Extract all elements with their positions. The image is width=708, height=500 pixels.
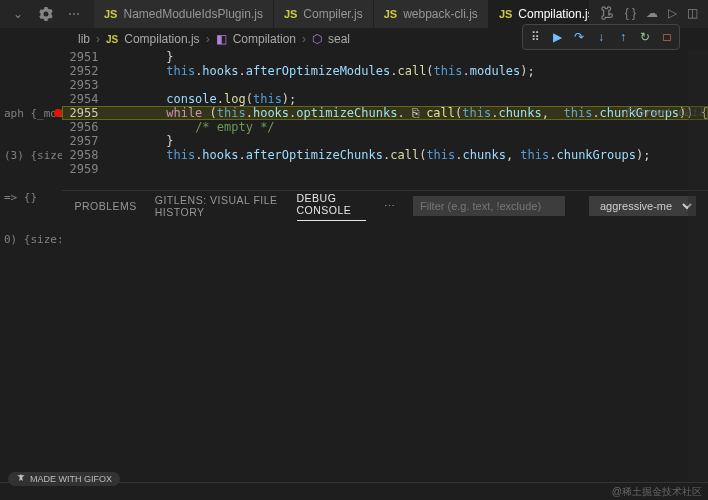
debug-session-select[interactable]: aggressive-me	[589, 196, 696, 216]
step-into-icon[interactable]: ↓	[591, 27, 611, 47]
tab-label: Compiler.js	[303, 7, 362, 21]
panel-tab-debug-console[interactable]: Debug Console	[297, 192, 366, 221]
tab-namedmoduleids[interactable]: JS NamedModuleIdsPlugin.js	[94, 0, 274, 28]
code-line[interactable]: this.hooks.afterOptimizeModules.call(thi…	[108, 64, 708, 78]
code[interactable]: Florent Cail } this.hooks.afterOptimizeM…	[108, 50, 708, 190]
code-line[interactable]	[108, 162, 708, 176]
panel-tab-problems[interactable]: Problems	[74, 200, 136, 212]
side-panel-preview: aph {_module… (3) {size: 3… => {} 0) {si…	[0, 50, 62, 482]
tab-label: NamedModuleIdsPlugin.js	[123, 7, 262, 21]
side-line: 0) {size: 0}	[4, 232, 58, 248]
line-number[interactable]: 2954	[62, 92, 98, 106]
tab-compiler[interactable]: JS Compiler.js	[274, 0, 374, 28]
code-editor[interactable]: 2951 2952 2953 2954 2955 2956 2957 2958 …	[62, 50, 708, 190]
breadcrumb-seg[interactable]: seal	[328, 32, 350, 46]
tab-label: Compilation.js	[518, 7, 588, 21]
line-number[interactable]: 2953	[62, 78, 98, 92]
breadcrumb[interactable]: lib › JS Compilation.js › ◧ Compilation …	[0, 28, 708, 50]
gifox-icon	[16, 474, 26, 484]
more-icon[interactable]: ⋯	[384, 200, 396, 212]
stop-icon[interactable]: □	[657, 27, 677, 47]
debug-filter-input[interactable]	[413, 196, 565, 216]
method-icon: ⬡	[312, 32, 322, 46]
gear-icon[interactable]	[38, 6, 54, 22]
step-out-icon[interactable]: ↑	[613, 27, 633, 47]
js-file-icon: JS	[499, 8, 512, 20]
split-icon[interactable]: ◫	[687, 6, 698, 23]
breadcrumb-seg[interactable]: Compilation.js	[124, 32, 199, 46]
code-line[interactable]: console.log(this);	[108, 92, 708, 106]
js-file-icon: JS	[104, 8, 117, 20]
code-line[interactable]: this.hooks.afterOptimizeChunks.call(this…	[108, 148, 708, 162]
code-line[interactable]: }	[108, 50, 708, 64]
compare-changes-icon[interactable]	[601, 6, 615, 23]
cloud-icon[interactable]: ☁	[646, 6, 658, 23]
tab-label: webpack-cli.js	[403, 7, 478, 21]
side-line: aph {_module…	[4, 106, 58, 122]
class-icon: ◧	[216, 32, 227, 46]
gutter[interactable]: 2951 2952 2953 2954 2955 2956 2957 2958 …	[62, 50, 108, 190]
breadcrumb-seg[interactable]: lib	[78, 32, 90, 46]
title-bar-left: ⌄ ⋯	[4, 6, 88, 22]
chevron-right-icon: ›	[206, 32, 210, 46]
chevron-right-icon: ›	[302, 32, 306, 46]
line-number[interactable]: 2958	[62, 148, 98, 162]
code-line[interactable]: /* empty */	[108, 120, 708, 134]
line-number[interactable]: 2952	[62, 64, 98, 78]
main: aph {_module… (3) {size: 3… => {} 0) {si…	[0, 50, 708, 482]
panel-tab-gitlens[interactable]: GitLens: Visual File History	[155, 194, 279, 218]
side-line: (3) {size: 3…	[4, 148, 58, 164]
side-line: => {}	[4, 190, 58, 206]
title-bar-right: { } ☁ ▷ ◫	[595, 6, 704, 23]
braces-icon[interactable]: { }	[625, 6, 636, 23]
tab-webpack-cli[interactable]: JS webpack-cli.js	[374, 0, 489, 28]
editor-area: 2951 2952 2953 2954 2955 2956 2957 2958 …	[62, 50, 708, 482]
line-number[interactable]: 2955	[62, 106, 98, 120]
editor-tabs: JS NamedModuleIdsPlugin.js JS Compiler.j…	[94, 0, 589, 28]
line-number[interactable]: 2956	[62, 120, 98, 134]
run-icon[interactable]: ▷	[668, 6, 677, 23]
breadcrumb-seg[interactable]: Compilation	[233, 32, 296, 46]
more-icon[interactable]: ⋯	[66, 6, 82, 22]
made-with-badge[interactable]: MADE WITH GIFOX	[8, 472, 120, 486]
continue-icon[interactable]: ▶	[547, 27, 567, 47]
step-over-icon[interactable]: ↷	[569, 27, 589, 47]
js-file-icon: JS	[106, 34, 118, 45]
restart-icon[interactable]: ↻	[635, 27, 655, 47]
minimap[interactable]	[688, 50, 708, 482]
line-number[interactable]: 2951	[62, 50, 98, 64]
chevron-right-icon: ›	[96, 32, 100, 46]
code-line[interactable]: while (this.hooks.optimizeChunks. ⎘ call…	[108, 106, 708, 120]
chevron-down-icon[interactable]: ⌄	[10, 6, 26, 22]
debug-toolbar[interactable]: ⠿ ▶ ↷ ↓ ↑ ↻ □	[522, 24, 680, 50]
js-file-icon: JS	[384, 8, 397, 20]
line-number[interactable]: 2959	[62, 162, 98, 176]
js-file-icon: JS	[284, 8, 297, 20]
bottom-panel: Problems GitLens: Visual File History De…	[62, 190, 708, 482]
code-line[interactable]	[108, 78, 708, 92]
line-number[interactable]	[62, 176, 98, 190]
code-line[interactable]: }	[108, 134, 708, 148]
drag-icon[interactable]: ⠿	[525, 27, 545, 47]
line-number[interactable]: 2957	[62, 134, 98, 148]
panel-tabs: Problems GitLens: Visual File History De…	[62, 191, 708, 221]
watermark: @稀土掘金技术社区	[612, 485, 702, 499]
